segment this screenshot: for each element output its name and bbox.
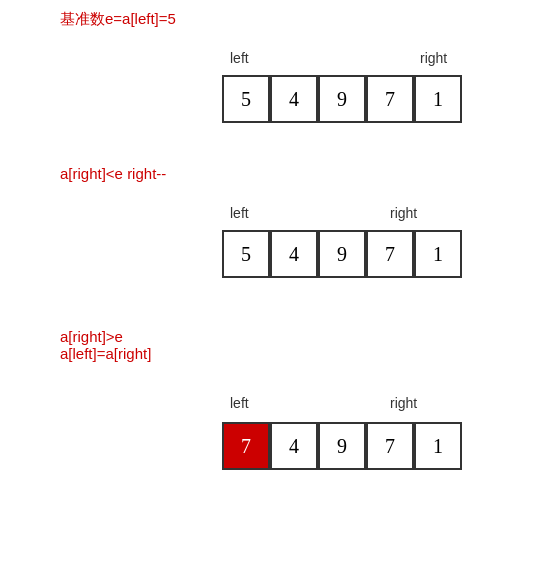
section1-right-label: right xyxy=(420,50,447,66)
section3-array: 7 4 9 7 1 xyxy=(222,422,462,470)
section3-description: a[right]>e a[left]=a[right] xyxy=(60,328,151,362)
section1: 基准数e=a[left]=5 xyxy=(60,10,176,29)
section2-description: a[right]<e right-- xyxy=(60,165,166,184)
cell-2-2: 9 xyxy=(318,230,366,278)
section2-label: a[right]<e right-- xyxy=(60,165,166,182)
cell-2-0: 5 xyxy=(222,230,270,278)
section3-left-label: left xyxy=(230,395,249,411)
cell-2-1: 4 xyxy=(270,230,318,278)
cell-3-1: 4 xyxy=(270,422,318,470)
cell-3-2: 9 xyxy=(318,422,366,470)
section3-right-label: right xyxy=(390,395,417,411)
cell-2-3: 7 xyxy=(366,230,414,278)
section3-label1: a[right]>e xyxy=(60,328,151,345)
cell-3-4: 1 xyxy=(414,422,462,470)
cell-1-0: 5 xyxy=(222,75,270,123)
cell-2-4: 1 xyxy=(414,230,462,278)
cell-1-3: 7 xyxy=(366,75,414,123)
section2-left-label: left xyxy=(230,205,249,221)
section3-label2: a[left]=a[right] xyxy=(60,345,151,362)
section1-left-label: left xyxy=(230,50,249,66)
cell-1-1: 4 xyxy=(270,75,318,123)
cell-3-0: 7 xyxy=(222,422,270,470)
section1-description: 基准数e=a[left]=5 xyxy=(60,10,176,27)
cell-3-3: 7 xyxy=(366,422,414,470)
section2-right-label: right xyxy=(390,205,417,221)
section2-array: 5 4 9 7 1 xyxy=(222,230,462,278)
section1-array: 5 4 9 7 1 xyxy=(222,75,462,123)
cell-1-2: 9 xyxy=(318,75,366,123)
cell-1-4: 1 xyxy=(414,75,462,123)
